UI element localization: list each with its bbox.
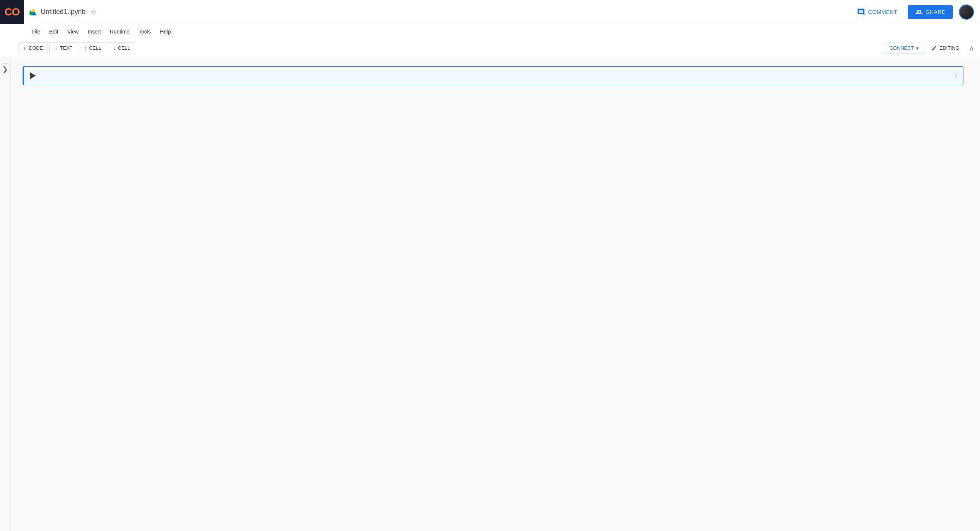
logo-text: CO	[5, 6, 19, 18]
comment-icon	[857, 8, 865, 16]
colab-logo[interactable]: CO	[0, 0, 24, 24]
pencil-icon	[931, 45, 937, 51]
move-cell-down-button[interactable]: ↓ CELL	[108, 42, 135, 54]
content-area: ⋮	[11, 57, 975, 531]
editing-label: EDITING	[939, 45, 959, 51]
share-label: SHARE	[926, 9, 945, 15]
move-cell-up-button[interactable]: ↑ CELL	[79, 42, 106, 54]
menu-edit[interactable]: Edit	[45, 26, 63, 37]
top-bar: CO Untitled1.ipynb ☆ COMMENT SHA	[0, 0, 980, 24]
comment-button[interactable]: COMMENT	[852, 5, 902, 19]
play-icon	[30, 72, 36, 79]
cell-down-label: CELL	[118, 45, 130, 51]
title-area: Untitled1.ipynb ☆	[29, 8, 852, 17]
user-avatar[interactable]	[959, 5, 974, 19]
text-label: TEXT	[60, 45, 72, 51]
share-button[interactable]: SHARE	[908, 5, 953, 19]
chevron-right-icon: ❯	[1, 63, 9, 75]
add-text-button[interactable]: + TEXT	[49, 42, 78, 54]
run-cell-button[interactable]	[25, 69, 39, 83]
drive-icon	[29, 8, 38, 17]
plus-icon: +	[23, 45, 26, 52]
arrow-up-icon: ↑	[84, 45, 87, 52]
cell-up-label: CELL	[89, 45, 101, 51]
menu-runtime[interactable]: Runtime	[105, 26, 134, 37]
code-cell: ⋮	[22, 66, 963, 85]
avatar-image	[960, 5, 973, 19]
star-icon[interactable]: ☆	[90, 8, 97, 17]
code-label: CODE	[29, 45, 43, 51]
collapse-toolbar-button[interactable]: ∧	[966, 43, 977, 54]
menu-insert[interactable]: Insert	[83, 26, 105, 37]
top-right-actions: COMMENT SHARE	[852, 5, 974, 19]
connect-button[interactable]: CONNECT ▾	[884, 43, 924, 54]
cell-editor[interactable]	[41, 67, 963, 80]
share-icon	[915, 8, 923, 16]
chevron-down-icon: ▾	[916, 45, 919, 51]
editing-button[interactable]: EDITING	[926, 43, 964, 54]
menu-tools[interactable]: Tools	[134, 26, 156, 37]
main-layout: ❯ ⋮	[0, 57, 980, 531]
menu-help[interactable]: Help	[156, 26, 175, 37]
toolbar: + CODE + TEXT ↑ CELL ↓ CELL CONNECT ▾ ED…	[0, 39, 980, 57]
menu-bar: File Edit View Insert Runtime Tools Help	[0, 24, 980, 39]
connect-label: CONNECT	[889, 45, 914, 51]
scrollbar[interactable]	[975, 57, 980, 531]
menu-file[interactable]: File	[27, 26, 45, 37]
add-code-button[interactable]: + CODE	[18, 42, 48, 54]
menu-view[interactable]: View	[63, 26, 83, 37]
notebook-title[interactable]: Untitled1.ipynb	[41, 8, 86, 16]
plus-text-icon: +	[54, 45, 57, 52]
cell-more-options-button[interactable]: ⋮	[950, 70, 960, 81]
sidebar-toggle-button[interactable]: ❯	[0, 57, 11, 531]
arrow-down-icon: ↓	[113, 45, 116, 52]
comment-label: COMMENT	[868, 9, 897, 15]
